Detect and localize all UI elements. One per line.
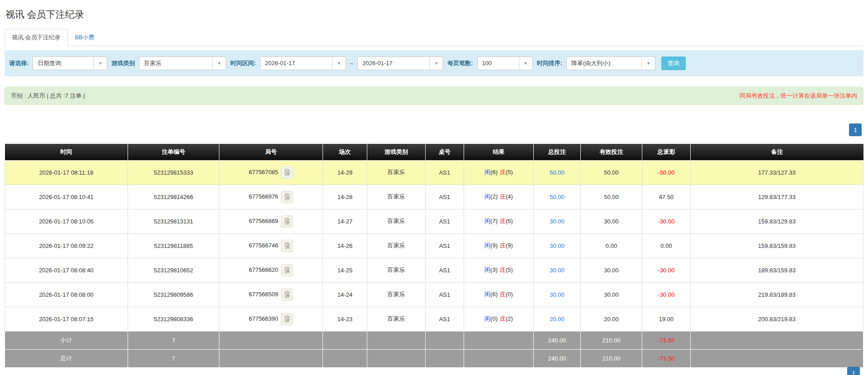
cell-session: 14-24 bbox=[323, 282, 367, 307]
result-banker-value: (4) bbox=[506, 193, 513, 200]
date-to-value: 2026-01-17 bbox=[358, 57, 429, 70]
col-header-note: 备注 bbox=[691, 144, 863, 160]
tab-video-bet-records[interactable]: 视讯 会员下注纪录 bbox=[5, 29, 68, 46]
date-from-select[interactable]: 2026-01-17 ▼ bbox=[260, 57, 346, 70]
video-replay-icon bbox=[284, 218, 291, 225]
cell-time: 2026-01-17 08:07:15 bbox=[5, 307, 128, 331]
col-header-bet-id: 注单编号 bbox=[128, 144, 219, 160]
game-type-label: 游戏类别 bbox=[111, 59, 135, 67]
result-banker-label: 庄 bbox=[500, 266, 506, 273]
cell-table-no: AS1 bbox=[426, 233, 464, 258]
cell-payout: -30.00 bbox=[642, 209, 691, 233]
result-player-value: (6) bbox=[490, 291, 498, 298]
cell-result: 闲(9)庄(9) bbox=[464, 233, 534, 258]
cell-note: 177.33/127.33 bbox=[691, 160, 863, 185]
cell-payout: -30.00 bbox=[642, 282, 691, 307]
col-header-game-type: 游戏类别 bbox=[367, 144, 426, 160]
page-number-button[interactable]: 1 bbox=[849, 123, 862, 136]
total-valid-bet: 210.00 bbox=[581, 349, 642, 367]
total-bet-link[interactable]: 20.00 bbox=[550, 316, 564, 323]
table-row: 2026-01-17 08:10:05 523129813131 6775668… bbox=[5, 209, 863, 233]
video-replay-button[interactable] bbox=[281, 240, 293, 252]
video-replay-button[interactable] bbox=[281, 215, 293, 228]
result-player-label: 闲 bbox=[484, 291, 490, 298]
time-sort-select[interactable]: 降幂(由大到小) ▼ bbox=[566, 57, 655, 70]
result-player-label: 闲 bbox=[484, 169, 490, 176]
round-id-text: 677566390 bbox=[249, 315, 278, 322]
round-id-text: 677567085 bbox=[249, 168, 278, 175]
round-id-text: 677566620 bbox=[249, 266, 278, 273]
total-bet-link[interactable]: 50.00 bbox=[550, 169, 564, 176]
result-banker-label: 庄 bbox=[500, 291, 506, 298]
result-player-label: 闲 bbox=[484, 193, 490, 200]
result-player-label: 闲 bbox=[484, 266, 490, 273]
video-replay-button[interactable] bbox=[281, 289, 293, 301]
result-player-value: (2) bbox=[490, 193, 498, 200]
query-mode-label: 请选择: bbox=[9, 59, 28, 67]
result-banker-value: (9) bbox=[506, 242, 513, 249]
video-replay-button[interactable] bbox=[281, 264, 293, 276]
cell-note: 189.83/159.83 bbox=[691, 258, 863, 282]
result-banker-label: 庄 bbox=[500, 218, 506, 224]
subtotal-label: 小计 bbox=[5, 331, 128, 349]
cell-table-no: AS1 bbox=[426, 160, 464, 185]
info-bar: 币别 : 人民币 | 总共 :7 注单 | 同局有效投注，统一计算在该局第一张注… bbox=[5, 87, 863, 105]
cell-result: 闲(0)庄(2) bbox=[464, 307, 534, 331]
table-row: 2026-01-17 08:10:41 523129814266 6775669… bbox=[5, 185, 863, 209]
cell-session: 14-23 bbox=[323, 307, 367, 331]
cell-table-no: AS1 bbox=[426, 282, 464, 307]
search-button[interactable]: 查询 bbox=[661, 57, 686, 70]
cell-total-bet: 30.00 bbox=[534, 209, 581, 233]
page-size-value: 100 bbox=[478, 57, 519, 70]
page: 视讯 会员下注纪录 视讯 会员下注纪录 BB小费 请选择: 日期查询 ▼ 游戏类… bbox=[0, 0, 868, 375]
time-sort-label: 时间排序: bbox=[537, 59, 562, 67]
subtotal-row: 小计 7 240.00 210.00 -73.50 bbox=[5, 331, 863, 349]
video-replay-button[interactable] bbox=[281, 313, 293, 325]
result-banker-value: (2) bbox=[506, 315, 513, 322]
cell-result: 闲(2)庄(4) bbox=[464, 185, 534, 209]
chevron-down-icon: ▼ bbox=[519, 57, 532, 70]
video-replay-icon bbox=[284, 291, 291, 298]
total-bet-link[interactable]: 30.00 bbox=[550, 218, 564, 225]
cell-bet-id: 523129815333 bbox=[128, 160, 219, 185]
cell-round-id: 677566509 bbox=[219, 282, 323, 307]
result-player-value: (3) bbox=[490, 266, 498, 273]
cell-valid-bet: 0.00 bbox=[581, 233, 642, 258]
result-player-value: (0) bbox=[490, 315, 498, 322]
result-player-label: 闲 bbox=[484, 242, 490, 249]
tab-bb-tips[interactable]: BB小费 bbox=[68, 29, 102, 46]
cell-result: 闲(6)庄(5) bbox=[464, 160, 534, 185]
cell-time: 2026-01-17 08:08:40 bbox=[5, 258, 128, 282]
query-mode-select[interactable]: 日期查询 ▼ bbox=[33, 57, 107, 70]
cell-round-id: 677566390 bbox=[219, 307, 323, 331]
result-banker-label: 庄 bbox=[500, 169, 506, 176]
game-type-select[interactable]: 百家乐 ▼ bbox=[139, 57, 226, 70]
video-replay-icon bbox=[284, 315, 291, 323]
result-banker-label: 庄 bbox=[500, 193, 506, 200]
result-player-value: (9) bbox=[490, 242, 498, 249]
date-to-select[interactable]: 2026-01-17 ▼ bbox=[357, 57, 443, 70]
cell-session: 14-25 bbox=[323, 258, 367, 282]
video-replay-button[interactable] bbox=[281, 191, 293, 203]
chevron-down-icon: ▼ bbox=[641, 57, 655, 70]
table-row: 2026-01-17 08:11:16 523129815333 6775670… bbox=[5, 160, 863, 185]
total-bet-link[interactable]: 30.00 bbox=[550, 242, 564, 249]
cell-round-id: 677566620 bbox=[219, 258, 323, 282]
video-replay-icon bbox=[284, 242, 291, 249]
total-bet-link[interactable]: 50.00 bbox=[550, 194, 564, 200]
pagination-top: 1 bbox=[5, 123, 863, 136]
total-bet-link[interactable]: 30.00 bbox=[550, 291, 564, 298]
cell-session: 14-27 bbox=[323, 209, 367, 233]
cell-time: 2026-01-17 08:09:22 bbox=[5, 233, 128, 258]
page-number-button[interactable]: 1 bbox=[847, 367, 860, 375]
cell-valid-bet: 50.00 bbox=[581, 185, 642, 209]
round-id-text: 677566509 bbox=[249, 290, 278, 297]
total-bet-link[interactable]: 30.00 bbox=[550, 267, 564, 274]
cell-bet-id: 523129809586 bbox=[128, 282, 219, 307]
cell-game-type: 百家乐 bbox=[367, 209, 426, 233]
cell-time: 2026-01-17 08:10:41 bbox=[5, 185, 128, 209]
result-banker-value: (5) bbox=[506, 266, 513, 273]
page-size-select[interactable]: 100 ▼ bbox=[477, 57, 533, 70]
cell-payout: 19.00 bbox=[642, 307, 691, 331]
video-replay-button[interactable] bbox=[281, 166, 293, 179]
